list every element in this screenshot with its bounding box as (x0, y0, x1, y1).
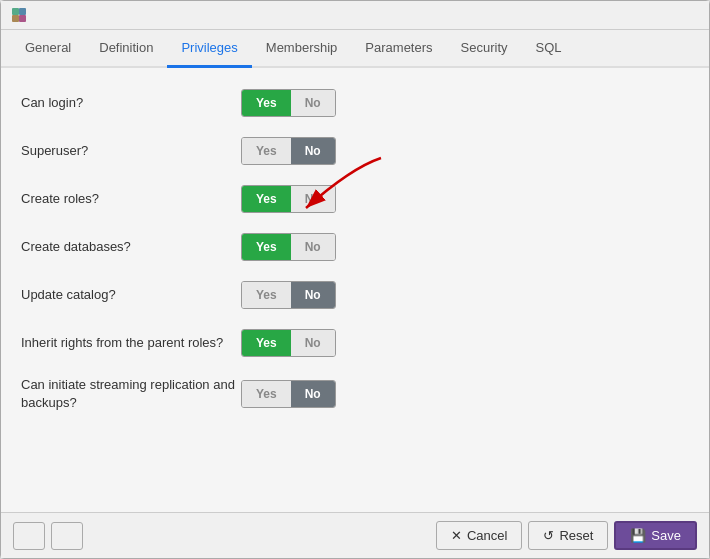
toggle-yes-can-login[interactable]: Yes (242, 90, 291, 116)
tab-sql[interactable]: SQL (522, 30, 576, 68)
svg-rect-2 (12, 15, 19, 22)
toggle-no-inherit-rights[interactable]: No (291, 330, 335, 356)
privilege-row-superuser: Superuser?YesNo (21, 136, 689, 166)
tab-definition[interactable]: Definition (85, 30, 167, 68)
toggle-no-create-roles[interactable]: No (291, 186, 335, 212)
privilege-label-create-roles: Create roles? (21, 190, 241, 208)
title-bar (1, 1, 709, 30)
save-label: Save (651, 528, 681, 543)
privilege-row-can-login: Can login?YesNo (21, 88, 689, 118)
close-button[interactable] (691, 13, 699, 17)
toggle-no-can-login[interactable]: No (291, 90, 335, 116)
main-window: GeneralDefinitionPrivilegesMembershipPar… (0, 0, 710, 559)
privilege-row-update-catalog: Update catalog?YesNo (21, 280, 689, 310)
tab-privileges[interactable]: Privileges (167, 30, 251, 68)
toggle-no-streaming-replication[interactable]: No (291, 381, 335, 407)
toggle-superuser: YesNo (241, 137, 336, 165)
reset-button[interactable]: ↺ Reset (528, 521, 608, 550)
toggle-yes-inherit-rights[interactable]: Yes (242, 330, 291, 356)
app-icon (11, 7, 27, 23)
toggle-no-update-catalog[interactable]: No (291, 282, 335, 308)
cancel-label: Cancel (467, 528, 507, 543)
privilege-label-create-databases: Create databases? (21, 238, 241, 256)
toggle-inherit-rights: YesNo (241, 329, 336, 357)
footer-left (13, 522, 83, 550)
footer-right: ✕ Cancel ↺ Reset 💾 Save (436, 521, 697, 550)
privilege-row-streaming-replication: Can initiate streaming replication and b… (21, 376, 689, 412)
save-icon: 💾 (630, 528, 646, 543)
toggle-yes-update-catalog[interactable]: Yes (242, 282, 291, 308)
toggle-create-roles: YesNo (241, 185, 336, 213)
toggle-yes-create-roles[interactable]: Yes (242, 186, 291, 212)
reset-label: Reset (559, 528, 593, 543)
privilege-label-can-login: Can login? (21, 94, 241, 112)
privilege-row-create-databases: Create databases?YesNo (21, 232, 689, 262)
tab-security[interactable]: Security (447, 30, 522, 68)
footer: ✕ Cancel ↺ Reset 💾 Save (1, 512, 709, 558)
toggle-update-catalog: YesNo (241, 281, 336, 309)
title-bar-left (11, 7, 33, 23)
info-button[interactable] (13, 522, 45, 550)
svg-rect-1 (19, 8, 26, 15)
cancel-icon: ✕ (451, 528, 462, 543)
tab-membership[interactable]: Membership (252, 30, 352, 68)
svg-rect-0 (12, 8, 19, 15)
tab-parameters[interactable]: Parameters (351, 30, 446, 68)
privilege-label-streaming-replication: Can initiate streaming replication and b… (21, 376, 241, 412)
toggle-streaming-replication: YesNo (241, 380, 336, 408)
privilege-label-superuser: Superuser? (21, 142, 241, 160)
toggle-create-databases: YesNo (241, 233, 336, 261)
toggle-yes-streaming-replication[interactable]: Yes (242, 381, 291, 407)
reset-icon: ↺ (543, 528, 554, 543)
privilege-row-create-roles: Create roles?YesNo (21, 184, 689, 214)
toggle-no-superuser[interactable]: No (291, 138, 335, 164)
help-button[interactable] (51, 522, 83, 550)
privileges-container: Can login?YesNoSuperuser?YesNoCreate rol… (21, 88, 689, 412)
toggle-yes-create-databases[interactable]: Yes (242, 234, 291, 260)
svg-rect-3 (19, 15, 26, 22)
toggle-yes-superuser[interactable]: Yes (242, 138, 291, 164)
toggle-can-login: YesNo (241, 89, 336, 117)
toggle-no-create-databases[interactable]: No (291, 234, 335, 260)
tab-bar: GeneralDefinitionPrivilegesMembershipPar… (1, 30, 709, 68)
title-bar-right (677, 13, 699, 17)
privilege-label-inherit-rights: Inherit rights from the parent roles? (21, 334, 241, 352)
content-area: Can login?YesNoSuperuser?YesNoCreate rol… (1, 68, 709, 512)
privilege-label-update-catalog: Update catalog? (21, 286, 241, 304)
cancel-button[interactable]: ✕ Cancel (436, 521, 522, 550)
save-button[interactable]: 💾 Save (614, 521, 697, 550)
expand-button[interactable] (677, 13, 685, 17)
privilege-row-inherit-rights: Inherit rights from the parent roles?Yes… (21, 328, 689, 358)
tab-general[interactable]: General (11, 30, 85, 68)
